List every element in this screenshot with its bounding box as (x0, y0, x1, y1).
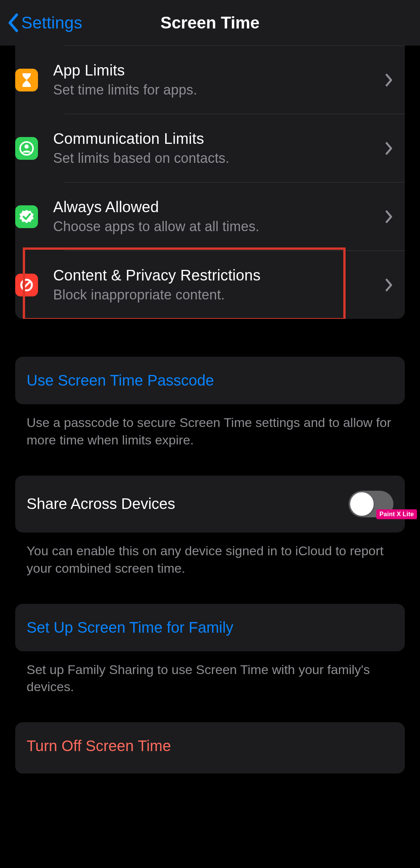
chevron-left-icon (8, 13, 19, 32)
person-circle-icon (15, 137, 38, 160)
svg-line-3 (23, 281, 30, 289)
row-subtitle: Set time limits for apps. (53, 82, 379, 98)
row-title: Content & Privacy Restrictions (53, 267, 379, 284)
row-use-passcode[interactable]: Use Screen Time Passcode (15, 357, 405, 404)
hourglass-icon (15, 69, 38, 91)
page-title: Screen Time (161, 13, 260, 32)
checkmark-seal-icon (15, 205, 38, 228)
svg-point-1 (25, 144, 29, 148)
chevron-right-icon (385, 210, 393, 224)
share-label: Share Across Devices (27, 495, 175, 512)
switch-knob (350, 492, 374, 516)
share-footer: You can enable this on any device signed… (15, 532, 405, 577)
settings-list-group: App Limits Set time limits for apps. (15, 46, 405, 319)
row-always-allowed[interactable]: Always Allowed Choose apps to allow at a… (65, 182, 405, 250)
back-label[interactable]: Settings (21, 13, 82, 32)
row-share-across-devices: Share Across Devices (15, 476, 405, 532)
row-app-limits[interactable]: App Limits Set time limits for apps. (65, 46, 405, 114)
row-subtitle: Block inappropriate content. (53, 287, 379, 303)
chevron-right-icon (385, 73, 393, 87)
chevron-right-icon (385, 278, 393, 292)
row-subtitle: Set limits based on contacts. (53, 150, 379, 166)
use-passcode-label: Use Screen Time Passcode (27, 372, 214, 389)
paint-x-lite-watermark: Paint X Lite (376, 509, 417, 519)
row-communication-limits[interactable]: Communication Limits Set limits based on… (65, 114, 405, 182)
row-content-privacy-restrictions[interactable]: Content & Privacy Restrictions Block ina… (65, 250, 405, 319)
row-turn-off[interactable]: Turn Off Screen Time (15, 722, 405, 773)
no-sign-icon (15, 274, 38, 296)
family-label: Set Up Screen Time for Family (27, 619, 234, 636)
chevron-right-icon (385, 142, 393, 155)
family-footer: Set up Family Sharing to use Screen Time… (15, 651, 405, 696)
row-title: Communication Limits (53, 130, 379, 147)
row-setup-family[interactable]: Set Up Screen Time for Family (15, 604, 405, 651)
navbar: Settings Screen Time (0, 0, 420, 46)
passcode-footer: Use a passcode to secure Screen Time set… (15, 404, 405, 449)
back-button[interactable]: Settings (8, 13, 82, 32)
row-title: App Limits (53, 62, 379, 79)
row-subtitle: Choose apps to allow at all times. (53, 219, 379, 235)
turn-off-label: Turn Off Screen Time (27, 737, 171, 755)
row-title: Always Allowed (53, 198, 379, 216)
